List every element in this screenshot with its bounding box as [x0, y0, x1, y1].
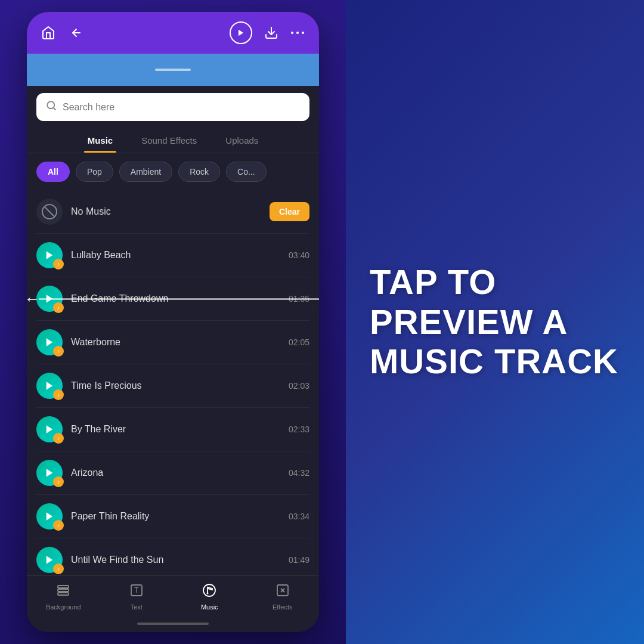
search-icon [46, 100, 57, 114]
track-name-until-we-find-the-sun: Until We Find the Sun [71, 555, 283, 565]
track-duration-by-the-river: 02:33 [289, 425, 309, 434]
track-name-lullaby-beach: Lullaby Beach [71, 250, 283, 261]
track-icon-paper-thin-reality: ♪ [36, 503, 63, 530]
music-icon [202, 583, 216, 601]
track-by-the-river[interactable]: ♪ By The River 02:33 [36, 408, 309, 451]
track-badge-paper-thin-reality: ♪ [53, 520, 64, 531]
track-icon-time-is-precious: ♪ [36, 373, 63, 399]
track-icon-end-game: ♪ [36, 286, 63, 312]
track-badge-arizona: ♪ [53, 476, 64, 487]
svg-rect-18 [58, 589, 69, 592]
tab-uploads[interactable]: Uploads [211, 128, 273, 153]
track-duration-until-we-find-the-sun: 01:49 [289, 555, 309, 565]
track-badge-end-game: ♪ [53, 302, 64, 313]
svg-marker-10 [47, 295, 53, 303]
track-duration-arizona: 04:32 [289, 468, 309, 478]
track-name-arizona: Arizona [71, 467, 283, 478]
music-list: No Music Clear ♪ Lullaby Beach 03:40 [27, 190, 319, 575]
track-duration-lullaby-beach: 03:40 [289, 250, 309, 260]
track-badge: ♪ [53, 259, 64, 270]
download-button[interactable] [264, 26, 278, 40]
track-paper-thin-reality[interactable]: ♪ Paper Thin Reality 03:34 [36, 495, 309, 538]
track-name-time-is-precious: Time Is Precious [71, 380, 283, 391]
effects-icon [275, 583, 290, 601]
search-input[interactable] [63, 102, 300, 113]
svg-text:T: T [134, 586, 139, 595]
track-icon-waterborne: ♪ [36, 329, 63, 355]
no-music-icon [36, 199, 63, 225]
promo-line-2: MUSIC TRACK [370, 342, 618, 380]
timeline-strip[interactable] [27, 54, 319, 86]
track-duration-end-game: 01:35 [289, 294, 309, 304]
track-time-is-precious[interactable]: ♪ Time Is Precious 02:03 [36, 364, 309, 408]
track-no-music[interactable]: No Music Clear [36, 190, 309, 234]
tab-sound-effects[interactable]: Sound Effects [127, 128, 211, 153]
top-bar-right [230, 21, 305, 44]
svg-rect-17 [58, 586, 69, 588]
track-end-game-throwdown[interactable]: ♪ End Game Throwdown 01:35 ← [36, 277, 309, 321]
nav-music[interactable]: Music [191, 583, 227, 611]
track-name-by-the-river: By The River [71, 424, 283, 435]
back-button[interactable] [67, 26, 82, 40]
bottom-nav: Background T Text [27, 575, 319, 615]
track-duration-paper-thin-reality: 03:34 [289, 512, 309, 521]
track-icon-lullaby-beach: ♪ [36, 242, 63, 268]
svg-marker-12 [47, 382, 53, 390]
search-bar [36, 93, 309, 121]
home-button[interactable] [41, 26, 55, 40]
svg-point-22 [203, 584, 215, 596]
svg-point-2 [291, 32, 293, 34]
genre-rock[interactable]: Rock [178, 162, 220, 182]
nav-effects[interactable]: Effects [265, 583, 301, 611]
genre-classical[interactable]: Co... [226, 162, 267, 182]
svg-marker-15 [47, 512, 53, 521]
track-until-we-find-the-sun[interactable]: ♪ Until We Find the Sun 01:49 [36, 538, 309, 575]
nav-background-label: Background [46, 603, 81, 611]
track-lullaby-beach[interactable]: ♪ Lullaby Beach 03:40 [36, 234, 309, 277]
svg-marker-9 [47, 251, 53, 259]
svg-marker-16 [47, 556, 53, 564]
track-arizona[interactable]: ♪ Arizona 04:32 [36, 451, 309, 495]
svg-point-23 [207, 593, 209, 595]
nav-text-label: Text [131, 603, 143, 611]
svg-line-6 [53, 107, 55, 109]
nav-effects-label: Effects [273, 603, 292, 611]
clear-button[interactable]: Clear [270, 202, 309, 221]
text-icon: T [129, 583, 144, 601]
svg-rect-19 [58, 593, 69, 595]
track-icon-arizona: ♪ [36, 460, 63, 486]
svg-marker-13 [47, 425, 53, 434]
track-badge-until-we-find-the-sun: ♪ [53, 564, 64, 574]
promo-text: TAP TO PREVIEW A MUSIC TRACK [370, 262, 620, 382]
right-panel: TAP TO PREVIEW A MUSIC TRACK [346, 0, 644, 644]
track-duration-waterborne: 02:05 [289, 338, 309, 347]
tabs-container: Music Sound Effects Uploads [27, 128, 319, 153]
genre-pop[interactable]: Pop [76, 162, 113, 182]
tab-music[interactable]: Music [73, 128, 128, 153]
track-duration-time-is-precious: 02:03 [289, 381, 309, 391]
genre-ambient[interactable]: Ambient [119, 162, 172, 182]
top-bar [27, 12, 319, 54]
nav-music-label: Music [201, 603, 218, 611]
left-panel: Music Sound Effects Uploads All Pop Ambi… [0, 0, 346, 644]
svg-point-4 [302, 32, 304, 34]
phone-container: Music Sound Effects Uploads All Pop Ambi… [27, 12, 319, 632]
svg-marker-0 [239, 30, 243, 36]
more-button[interactable] [290, 31, 305, 35]
track-waterborne[interactable]: ♪ Waterborne 02:05 [36, 321, 309, 364]
track-name-end-game: End Game Throwdown [71, 293, 283, 304]
track-badge-by-the-river: ♪ [53, 433, 64, 444]
play-button[interactable] [230, 21, 252, 44]
home-bar [137, 623, 209, 625]
svg-marker-14 [47, 469, 53, 477]
svg-line-8 [45, 207, 54, 216]
genre-all[interactable]: All [36, 162, 70, 182]
promo-line-1: TAP TO PREVIEW A [370, 262, 568, 341]
nav-text[interactable]: T Text [119, 583, 154, 611]
svg-point-3 [296, 32, 299, 34]
track-badge-time-is-precious: ♪ [53, 389, 64, 400]
home-indicator [27, 615, 319, 632]
nav-background[interactable]: Background [45, 583, 81, 611]
genre-filters: All Pop Ambient Rock Co... [27, 153, 319, 190]
track-icon-until-we-find-the-sun: ♪ [36, 547, 63, 573]
